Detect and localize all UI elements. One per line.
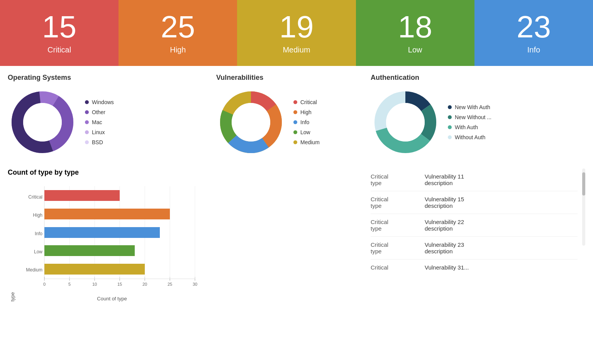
low-label: Low: [408, 46, 422, 54]
legend-vuln-medium: Medium: [293, 139, 320, 145]
legend-windows: Windows: [85, 99, 114, 105]
vuln-type-2: Criticaltype: [371, 196, 417, 209]
windows-label: Windows: [92, 99, 114, 105]
medium-label: Medium: [283, 46, 310, 54]
vuln-high-dot: [293, 110, 297, 114]
vuln-type-5: Critical: [371, 264, 417, 271]
bar-chart-title: Count of type by type: [8, 169, 208, 177]
svg-point-43: [386, 103, 425, 142]
svg-text:High: High: [33, 212, 42, 218]
svg-text:15: 15: [117, 282, 122, 286]
bar-low: [44, 245, 135, 256]
linux-dot: [85, 130, 89, 134]
scrollbar-track[interactable]: [582, 169, 585, 246]
auth-donut-svg: [371, 88, 440, 157]
high-number: 25: [161, 12, 195, 42]
vuln-desc-2: Vulnerability 15description: [425, 196, 578, 209]
vuln-desc-1: Vulnerability 11description: [425, 173, 578, 186]
medium-number: 19: [280, 12, 314, 42]
auth-new-without-dot: [448, 115, 452, 119]
legend-bsd: BSD: [85, 139, 114, 145]
right-section: Authentication Ne: [371, 74, 585, 302]
vuln-type-3: Criticaltype: [371, 219, 417, 232]
vuln-medium-dot: [293, 140, 297, 144]
bar-medium: [44, 264, 145, 275]
legend-auth-without: Without Auth: [448, 134, 491, 140]
auth-section-title: Authentication: [371, 74, 585, 82]
vuln-row-1: Criticaltype Vulnerability 11description: [371, 169, 578, 191]
bsd-dot: [85, 140, 89, 144]
vuln-row-2: Criticaltype Vulnerability 15description: [371, 191, 578, 214]
svg-text:30: 30: [193, 282, 197, 286]
vuln-info-label: Info: [300, 119, 309, 125]
bar-info: [44, 227, 160, 238]
auth-without-label: Without Auth: [455, 134, 485, 140]
vuln-donut-chart: [216, 88, 286, 157]
bsd-label: BSD: [92, 139, 103, 145]
vuln-row-4: Criticaltype Vulnerability 23description: [371, 237, 578, 260]
linux-label: Linux: [92, 129, 105, 135]
stat-card-info: 23 Info: [474, 0, 593, 66]
vuln-desc-5: Vulnerability 31...: [425, 264, 578, 271]
vuln-desc-3: Vulnerability 22description: [425, 219, 578, 232]
vuln-list-container: Criticaltype Vulnerability 11description…: [371, 169, 585, 275]
left-section: Operating Systems: [8, 74, 208, 302]
auth-without-dot: [448, 135, 452, 139]
vuln-row-5: Critical Vulnerability 31...: [371, 260, 578, 275]
vuln-high-label: High: [300, 109, 312, 115]
legend-vuln-high: High: [293, 109, 320, 115]
stat-card-medium: 19 Medium: [237, 0, 356, 66]
legend-vuln-critical: Critical: [293, 99, 320, 105]
low-number: 18: [398, 12, 432, 42]
auth-with-dot: [448, 125, 452, 129]
svg-text:Low: Low: [34, 249, 42, 254]
auth-donut-container: New With Auth New Without ... With Auth …: [371, 88, 585, 157]
mac-dot: [85, 120, 89, 124]
stat-cards-row: 15 Critical 25 High 19 Medium 18 Low 23 …: [0, 0, 593, 66]
vuln-legend: Critical High Info Low Medium: [293, 99, 320, 145]
svg-text:Medium: Medium: [26, 267, 42, 273]
stat-card-critical: 15 Critical: [0, 0, 119, 66]
auth-new-with-label: New With Auth: [455, 104, 490, 110]
svg-point-5: [23, 103, 62, 142]
legend-auth-with: With Auth: [448, 124, 491, 130]
scrollbar-thumb[interactable]: [582, 172, 585, 195]
vuln-critical-label: Critical: [300, 99, 317, 105]
legend-vuln-info: Info: [293, 119, 320, 125]
vuln-type-4: Criticaltype: [371, 241, 417, 254]
vuln-type-1: Criticaltype: [371, 173, 417, 186]
vuln-donut-container: Critical High Info Low Medium: [216, 88, 363, 157]
svg-text:Info: Info: [35, 231, 42, 236]
os-legend: Windows Other Mac Linux BSD: [85, 99, 114, 145]
auth-legend: New With Auth New Without ... With Auth …: [448, 104, 491, 140]
vuln-donut-svg: [216, 88, 286, 157]
os-donut-chart: [8, 88, 77, 157]
auth-with-label: With Auth: [455, 124, 478, 130]
svg-point-38: [232, 103, 270, 142]
vuln-table: Criticaltype Vulnerability 11description…: [371, 169, 585, 275]
other-label: Other: [92, 109, 105, 115]
legend-vuln-low: Low: [293, 129, 320, 135]
legend-other: Other: [85, 109, 114, 115]
info-label: Info: [527, 46, 540, 54]
os-section-title: Operating Systems: [8, 74, 208, 82]
os-donut-container: Windows Other Mac Linux BSD: [8, 88, 208, 157]
vuln-low-dot: [293, 130, 297, 134]
auth-donut-chart: [371, 88, 440, 157]
vuln-low-label: Low: [300, 129, 310, 135]
bar-critical: [44, 190, 120, 201]
os-donut-svg: [8, 88, 77, 157]
legend-linux: Linux: [85, 129, 114, 135]
legend-auth-new-with: New With Auth: [448, 104, 491, 110]
other-dot: [85, 110, 89, 114]
critical-label: Critical: [47, 46, 71, 54]
windows-dot: [85, 100, 89, 104]
bar-high: [44, 209, 170, 219]
vuln-section-title: Vulnerabilities: [216, 74, 363, 82]
auth-new-without-label: New Without ...: [455, 114, 491, 120]
vuln-info-dot: [293, 120, 297, 124]
center-section: Vulnerabilities: [216, 74, 363, 302]
svg-text:0: 0: [43, 282, 46, 286]
svg-text:Critical: Critical: [28, 194, 42, 200]
bar-chart-section: Count of type by type type 0 5: [8, 169, 208, 302]
